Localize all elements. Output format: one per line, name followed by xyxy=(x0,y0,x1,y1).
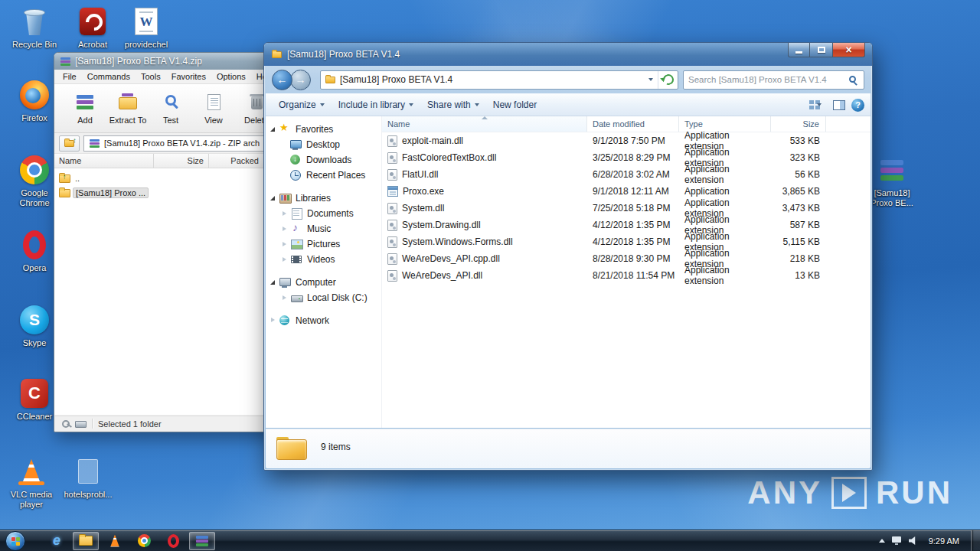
sidebar-item-desktop[interactable]: Desktop xyxy=(266,137,381,152)
file-date: 4/12/2018 1:35 PM xyxy=(587,220,679,230)
sidebar-item-documents[interactable]: Documents xyxy=(266,206,381,221)
file-row[interactable]: System.Windows.Forms.dll 4/12/2018 1:35 … xyxy=(382,233,871,250)
skype-icon xyxy=(20,305,49,334)
column-header-date-modified[interactable]: Date modified xyxy=(587,116,679,132)
search-box[interactable] xyxy=(683,70,864,90)
file-name: WeAreDevs_API.dll xyxy=(402,270,482,281)
winrar-title: [Samu18] Proxo BETA V1.4.zip xyxy=(75,56,202,67)
expand-arrow-icon[interactable] xyxy=(270,126,276,132)
expand-arrow-icon[interactable] xyxy=(270,317,276,324)
sidebar-section-network[interactable]: Network xyxy=(266,312,381,328)
up-one-level-button[interactable] xyxy=(59,135,80,152)
menu-item-file[interactable]: File xyxy=(57,70,82,83)
desktop-icon-vlc[interactable]: VLC media player xyxy=(3,455,60,510)
sidebar-section-favorites[interactable]: Favorites xyxy=(266,121,381,137)
column-header-name[interactable]: Name xyxy=(382,116,587,132)
explorer-titlebar[interactable]: [Samu18] Proxo BETA V1.4 xyxy=(264,43,872,66)
back-button[interactable] xyxy=(272,70,292,90)
show-hidden-icons-chevron[interactable] xyxy=(879,539,885,543)
sidebar-item-videos[interactable]: Videos xyxy=(266,252,381,267)
file-row[interactable]: Proxo.exe 9/1/2018 12:11 AM Application … xyxy=(382,183,871,200)
sidebar-section-computer[interactable]: Computer xyxy=(266,274,381,290)
taskbar-button-chrome[interactable] xyxy=(131,532,157,550)
system-tray: 9:29 AM xyxy=(879,530,980,551)
expand-arrow-icon[interactable] xyxy=(270,279,276,285)
file-row[interactable]: FastColoredTextBox.dll 3/25/2018 8:29 PM… xyxy=(382,149,871,166)
address-bar[interactable]: [Samu18] Proxo BETA V1.4 xyxy=(320,70,678,90)
change-view-button[interactable] xyxy=(805,98,833,112)
menu-item-favorites[interactable]: Favorites xyxy=(166,70,211,83)
address-dropdown-icon[interactable] xyxy=(648,78,653,81)
test-button[interactable]: Test xyxy=(149,88,192,125)
include-in-library-button[interactable]: Include in library xyxy=(332,96,420,113)
expand-arrow-icon[interactable] xyxy=(281,241,288,248)
anyrun-logo-icon xyxy=(831,477,867,509)
file-row[interactable]: exploit-main.dll 9/1/2018 7:50 PM Applic… xyxy=(382,132,871,149)
sidebar-item-downloads[interactable]: Downloads xyxy=(266,152,381,168)
row-name: .. xyxy=(75,174,80,183)
search-magnifier-icon xyxy=(849,76,856,83)
add-button[interactable]: Add xyxy=(64,88,106,125)
file-name: System.Drawing.dll xyxy=(402,220,481,230)
share-with-button[interactable]: Share with xyxy=(420,96,486,113)
sidebar-item-music[interactable]: Music xyxy=(266,221,381,236)
search-input[interactable] xyxy=(688,75,844,84)
start-button[interactable] xyxy=(5,531,25,551)
sidebar-item-local-disk-c[interactable]: Local Disk (C:) xyxy=(266,290,381,305)
new-folder-button[interactable]: New folder xyxy=(486,96,544,113)
taskbar-button-vlc[interactable] xyxy=(102,532,128,550)
file-name: WeAreDevs_API.cpp.dll xyxy=(402,253,500,264)
file-row[interactable]: System.Drawing.dll 4/12/2018 1:35 PM App… xyxy=(382,217,871,233)
network-tray-icon[interactable] xyxy=(892,536,902,545)
big-folder-icon xyxy=(276,437,307,460)
desktop-icon-providechel[interactable]: providechel xyxy=(118,5,175,50)
desktop-icon-acrobat[interactable]: Acrobat xyxy=(64,5,121,50)
menu-item-commands[interactable]: Commands xyxy=(82,70,136,83)
volume-tray-icon[interactable] xyxy=(909,536,917,545)
minimize-button[interactable] xyxy=(788,43,810,57)
menu-item-tools[interactable]: Tools xyxy=(136,70,166,83)
help-icon[interactable]: ? xyxy=(851,99,864,112)
sidebar-item-recent-places[interactable]: Recent Places xyxy=(266,168,381,183)
file-row[interactable]: WeAreDevs_API.dll 8/21/2018 11:54 PM App… xyxy=(382,267,871,284)
organize-button[interactable]: Organize xyxy=(272,96,332,113)
column-header-size[interactable]: Size xyxy=(154,154,209,168)
item-label: Desktop xyxy=(306,139,340,150)
taskbar-button-windows-explorer[interactable] xyxy=(73,532,99,550)
expand-arrow-icon[interactable] xyxy=(281,226,288,233)
dll-file-icon xyxy=(387,203,397,214)
expand-arrow-icon[interactable] xyxy=(281,210,288,217)
refresh-button[interactable] xyxy=(658,71,678,89)
desktop-icon-hotelsprobl[interactable]: hotelsprobl... xyxy=(60,455,116,500)
taskbar-button-opera[interactable] xyxy=(160,532,186,550)
taskbar-button-winrar[interactable] xyxy=(189,532,215,550)
column-header-type[interactable]: Type xyxy=(679,116,771,132)
column-header-name[interactable]: Name xyxy=(54,154,154,168)
forward-button[interactable] xyxy=(290,70,311,90)
sidebar-section-libraries[interactable]: Libraries xyxy=(266,190,381,206)
show-desktop-button[interactable] xyxy=(971,530,980,551)
taskbar-button-internet-explorer[interactable] xyxy=(44,532,70,550)
menu-item-options[interactable]: Options xyxy=(211,70,251,83)
close-button[interactable] xyxy=(832,43,865,57)
preview-pane-icon[interactable] xyxy=(833,100,845,110)
sidebar-item-pictures[interactable]: Pictures xyxy=(266,236,381,252)
file-row[interactable]: System.dll 7/25/2018 5:18 PM Application… xyxy=(382,200,871,217)
maximize-button[interactable] xyxy=(810,43,832,57)
explorer-client-area: Favorites Desktop Downloads Recent Place… xyxy=(266,116,871,428)
file-row[interactable]: WeAreDevs_API.cpp.dll 8/28/2018 9:30 PM … xyxy=(382,250,871,267)
expand-arrow-icon[interactable] xyxy=(281,256,288,263)
expand-arrow-icon[interactable] xyxy=(281,295,288,302)
extract-to-button[interactable]: Extract To xyxy=(106,88,149,125)
column-header-packed[interactable]: Packed xyxy=(209,154,264,168)
view-button[interactable]: View xyxy=(192,88,235,125)
row-name: [Samu18] Proxo ... xyxy=(73,187,149,198)
column-header-size[interactable]: Size xyxy=(771,116,826,132)
file-row[interactable]: FlatUI.dll 6/28/2018 3:02 AM Application… xyxy=(382,166,871,183)
expand-arrow-icon[interactable] xyxy=(270,194,276,201)
window-controls xyxy=(788,43,865,57)
close-icon xyxy=(845,44,851,56)
desktop-monitor-icon xyxy=(289,139,302,151)
desktop-icon-recycle-bin[interactable]: Recycle Bin xyxy=(6,5,63,50)
clock[interactable]: 9:29 AM xyxy=(924,536,964,546)
